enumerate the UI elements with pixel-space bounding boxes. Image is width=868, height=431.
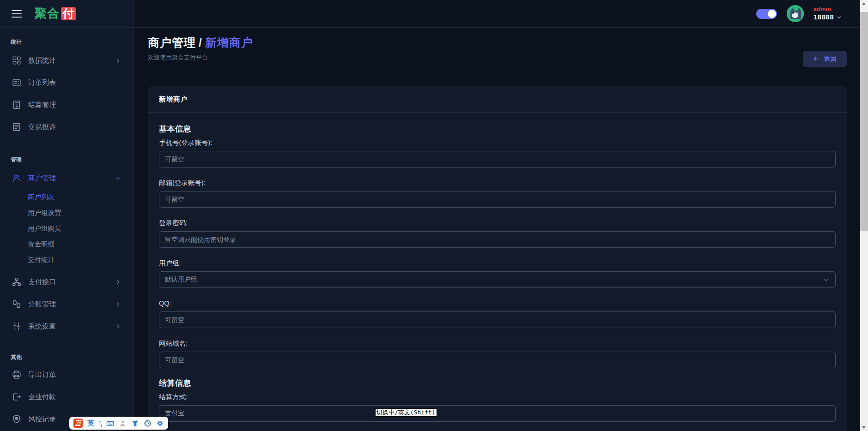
- sidebar-subitem-fund-details[interactable]: 资金明细: [0, 236, 134, 252]
- chevron-right-icon: [115, 323, 121, 329]
- sidebar-subitem-usergroup-settings[interactable]: 用户组设置: [0, 205, 134, 221]
- grid-icon: [12, 55, 22, 66]
- svg-text:$: $: [15, 104, 18, 108]
- split-accounts-icon: [12, 299, 22, 309]
- user-id-value: 18888: [813, 13, 834, 22]
- usergroup-select[interactable]: 默认用户组: [159, 271, 836, 288]
- wheel-icon[interactable]: [144, 419, 152, 427]
- ime-tooltip: 切换中/英文(Shift): [375, 408, 437, 417]
- toggle-knob: [768, 10, 776, 18]
- form-group-usergroup: 用户组: 默认用户组: [159, 258, 836, 288]
- sidebar-section-other: 其他: [0, 353, 134, 361]
- section-title-basic: 基本信息: [159, 125, 836, 134]
- complaint-doc-icon: [12, 122, 22, 132]
- ime-toolbar: 万 英 ’,: [69, 417, 168, 430]
- sidebar-item-export-orders[interactable]: 导出订单: [0, 364, 134, 386]
- page-subtitle: 欢迎使用聚合支付平台: [148, 54, 253, 62]
- merchant-submenu: 商户列表 用户组设置 用户组购买 资金明细 支付统计: [0, 189, 134, 268]
- add-merchant-card: 新增商户 基本信息 手机号(登录账号): 邮箱(登录账号): 登录密码: 用户组…: [148, 86, 847, 431]
- breadcrumb-current: 新增商户: [205, 36, 253, 49]
- ime-logo-icon[interactable]: 万: [73, 419, 83, 428]
- scrollbar-thumb[interactable]: [860, 12, 868, 231]
- gear-icon[interactable]: [156, 419, 164, 427]
- back-button-label: 返回: [824, 55, 837, 63]
- sidebar-item-complaints[interactable]: 交易投诉: [0, 116, 134, 138]
- domain-input[interactable]: [159, 352, 836, 368]
- ime-punctuation-icon[interactable]: ’,: [99, 419, 102, 427]
- scrollbar[interactable]: [860, 0, 868, 431]
- phone-label: 手机号(登录账号):: [159, 138, 836, 147]
- chevron-right-icon: [115, 301, 121, 307]
- keyboard-icon[interactable]: [106, 419, 114, 427]
- email-input[interactable]: [159, 191, 836, 208]
- transfer-out-icon: [12, 392, 22, 402]
- users-icon: [12, 173, 22, 183]
- sidebar-subitem-payment-stats[interactable]: 支付统计: [0, 252, 134, 268]
- chevron-down-icon: [837, 15, 842, 20]
- invoice-icon: $: [12, 100, 22, 110]
- sidebar-item-settlement[interactable]: $ 结算管理: [0, 94, 134, 116]
- sidebar-subitem-merchant-list[interactable]: 商户列表: [0, 189, 134, 205]
- scrollbar-up-arrow[interactable]: [862, 2, 866, 5]
- qq-input[interactable]: [159, 311, 836, 328]
- ime-language-mode[interactable]: 英: [87, 419, 94, 428]
- skin-shirt-icon[interactable]: [131, 419, 139, 427]
- chevron-right-icon: [115, 58, 121, 64]
- sidebar-item-enterprise-payment[interactable]: 企业付款: [0, 386, 134, 408]
- settle-method-label: 结算方式:: [159, 392, 836, 401]
- form-group-domain: 网站域名:: [159, 339, 836, 368]
- sidebar-section-stats: 统计: [0, 38, 134, 46]
- card-body: 基本信息 手机号(登录账号): 邮箱(登录账号): 登录密码: 用户组:: [148, 113, 847, 422]
- sidebar-item-merchant-manage[interactable]: 商户管理: [0, 167, 134, 189]
- sidebar-item-split-manage[interactable]: 分账管理: [0, 293, 134, 315]
- sidebar-subitem-usergroup-purchase[interactable]: 用户组购买: [0, 221, 134, 236]
- sidebar-item-label: 企业付款: [28, 393, 121, 401]
- back-button[interactable]: 返回: [803, 51, 847, 67]
- domain-label: 网站域名:: [159, 339, 836, 348]
- sidebar-item-label: 订单列表: [28, 78, 121, 87]
- password-input[interactable]: [159, 231, 836, 248]
- breadcrumb: 商户管理/新增商户: [148, 35, 253, 50]
- sidebar-item-order-list[interactable]: 订单列表: [0, 72, 134, 94]
- sidebar-item-data-stats[interactable]: 数据统计: [0, 49, 134, 72]
- hamburger-menu-icon[interactable]: [12, 10, 22, 18]
- avatar[interactable]: [787, 5, 804, 22]
- breadcrumb-separator: /: [199, 36, 202, 49]
- sidebar-item-label: 支付接口: [28, 278, 109, 287]
- settle-method-input[interactable]: [159, 405, 836, 422]
- user-id: 18888: [813, 13, 842, 22]
- breadcrumb-parent: 商户管理: [148, 36, 196, 49]
- brand-logo-badge: 付: [61, 7, 76, 21]
- sidebar-item-label: 系统设置: [28, 322, 109, 331]
- scrollbar-down-arrow[interactable]: [862, 426, 866, 429]
- brand-logo: 聚合 付: [35, 6, 76, 22]
- email-label: 邮箱(登录账号):: [159, 178, 836, 187]
- user-name: admin: [813, 6, 842, 13]
- arrow-left-icon: [813, 55, 820, 62]
- sliders-icon: [12, 321, 22, 331]
- sidebar-item-system-settings[interactable]: 系统设置: [0, 315, 134, 337]
- user-menu[interactable]: admin 18888: [813, 6, 842, 22]
- person-icon[interactable]: [119, 419, 127, 427]
- sitemap-icon: [12, 277, 22, 287]
- sidebar-item-label: 结算管理: [28, 101, 121, 109]
- form-group-email: 邮箱(登录账号):: [159, 178, 836, 208]
- sidebar-item-label: 数据统计: [28, 56, 109, 65]
- chevron-right-icon: [115, 279, 121, 285]
- section-title-settlement: 结算信息: [159, 379, 836, 388]
- theme-toggle[interactable]: [756, 9, 777, 19]
- sidebar-item-label: 商户管理: [28, 174, 109, 183]
- usergroup-selected-value: 默认用户组: [165, 275, 197, 284]
- sidebar-item-label: 交易投诉: [28, 123, 121, 132]
- form-group-phone: 手机号(登录账号):: [159, 138, 836, 168]
- form-group-password: 登录密码:: [159, 218, 836, 248]
- cat-avatar-image: [787, 5, 804, 22]
- order-list-icon: [12, 78, 22, 88]
- sidebar: 聚合 付 统计 数据统计 订单列表 $ 结算管理 交易投诉: [0, 0, 134, 431]
- sidebar-item-payment-api[interactable]: 支付接口: [0, 271, 134, 293]
- phone-input[interactable]: [159, 151, 836, 168]
- form-group-settle-method: 结算方式:: [159, 392, 836, 422]
- form-group-qq: QQ:: [159, 299, 836, 328]
- card-title: 新增商户: [148, 86, 847, 113]
- printer-icon: [12, 370, 22, 380]
